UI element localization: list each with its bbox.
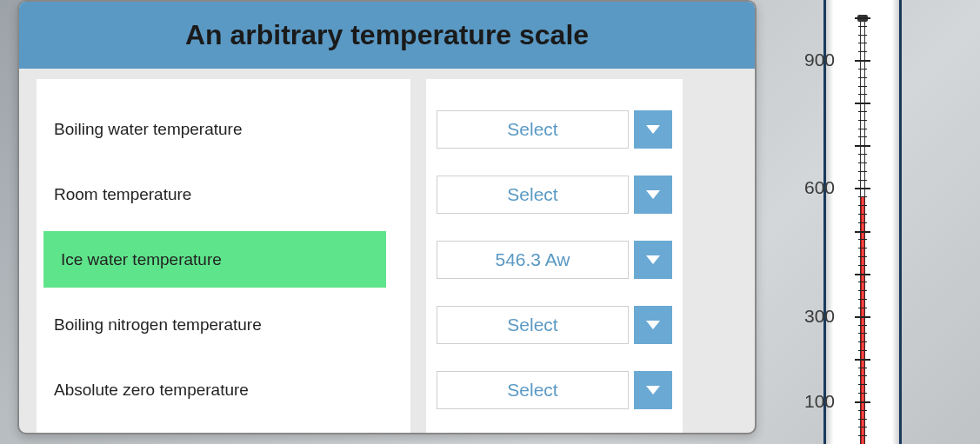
chevron-down-icon	[646, 321, 660, 329]
thermometer-major-tick	[855, 145, 870, 147]
thermometer-mercury	[861, 196, 864, 444]
label-row: Room temperature	[37, 166, 410, 222]
thermometer-minor-tick	[858, 384, 867, 385]
thermometer-minor-tick	[858, 86, 867, 87]
svg-marker-3	[646, 321, 660, 329]
select-value: Select	[507, 184, 557, 205]
panel-title: An arbitrary temperature scale	[37, 19, 737, 51]
thermometer-minor-tick	[858, 248, 867, 249]
thermometer-minor-tick	[858, 94, 867, 95]
chevron-down-icon	[646, 386, 660, 394]
selects-column: SelectSelect546.3 AwSelectSelect	[426, 79, 683, 434]
thermometer-minor-tick	[858, 162, 867, 163]
thermometer-tick-label: 300	[804, 306, 835, 327]
thermometer-minor-tick	[858, 239, 867, 240]
row-label: Absolute zero temperature	[54, 381, 249, 400]
chevron-down-icon	[646, 255, 660, 264]
thermometer-major-tick	[855, 188, 870, 189]
thermometer-minor-tick	[858, 325, 867, 326]
label-row: Absolute zero temperature	[37, 361, 410, 418]
select-display[interactable]: Select	[437, 110, 629, 149]
select-row: Select	[437, 296, 672, 353]
labels-column: Boiling water temperatureRoom temperatur…	[37, 79, 410, 434]
thermometer-minor-tick	[858, 26, 867, 27]
select-display[interactable]: Select	[437, 371, 629, 409]
row-label: Ice water temperature	[61, 250, 222, 269]
thermometer-minor-tick	[858, 154, 867, 155]
select-dropdown-button[interactable]	[634, 176, 672, 214]
thermometer-minor-tick	[858, 265, 867, 266]
thermometer-minor-tick	[858, 205, 867, 206]
thermometer-minor-tick	[858, 350, 867, 351]
thermometer-minor-tick	[858, 333, 867, 334]
thermometer-minor-tick	[858, 256, 867, 257]
select-row: Select	[437, 166, 672, 222]
chevron-down-icon	[646, 125, 660, 134]
select-value: Select	[507, 315, 557, 335]
svg-marker-4	[646, 386, 660, 394]
thermometer-tick-label: 100	[804, 391, 835, 412]
svg-marker-2	[646, 255, 660, 264]
select-dropdown-button[interactable]	[634, 110, 672, 149]
thermometer-minor-tick	[858, 375, 867, 376]
select-row: Select	[437, 101, 672, 157]
thermometer-minor-tick	[858, 136, 867, 137]
thermometer-major-tick	[855, 401, 870, 403]
thermometer-major-tick	[855, 60, 870, 62]
thermometer-minor-tick	[858, 111, 867, 112]
thermometer-minor-tick	[858, 77, 867, 78]
thermometer-body	[823, 0, 902, 444]
thermometer-minor-tick	[858, 69, 867, 70]
thermometer-minor-tick	[858, 196, 867, 197]
thermometer-tick-label: 900	[804, 50, 835, 70]
thermometer-minor-tick	[858, 308, 867, 308]
thermometer-minor-tick	[858, 341, 867, 342]
thermometer-minor-tick	[858, 171, 867, 172]
select-value: 546.3 Aw	[495, 249, 570, 270]
thermometer-minor-tick	[858, 214, 867, 215]
thermometer-minor-tick	[858, 35, 867, 36]
thermometer-minor-tick	[858, 282, 867, 282]
thermometer-major-tick	[855, 231, 870, 233]
select-dropdown-button[interactable]	[634, 241, 672, 279]
thermometer-minor-tick	[858, 222, 867, 223]
label-row[interactable]: Ice water temperature	[43, 231, 386, 288]
thermometer-minor-tick	[858, 393, 867, 394]
select-row: 546.3 Aw	[437, 231, 672, 288]
thermometer-major-tick	[855, 17, 870, 19]
thermometer-minor-tick	[858, 419, 867, 420]
select-value: Select	[507, 119, 557, 140]
thermometer-major-tick	[855, 359, 870, 361]
thermometer-minor-tick	[858, 290, 867, 291]
select-dropdown-button[interactable]	[634, 371, 672, 409]
thermometer-minor-tick	[858, 435, 867, 436]
thermometer-major-tick	[855, 316, 870, 318]
svg-marker-0	[646, 125, 660, 134]
thermometer: 900600300100	[797, 0, 932, 444]
select-display[interactable]: Select	[437, 306, 629, 344]
select-display[interactable]: Select	[437, 176, 629, 214]
select-display[interactable]: 546.3 Aw	[437, 241, 629, 279]
thermometer-major-tick	[855, 274, 870, 275]
thermometer-tick-label: 600	[804, 177, 835, 198]
panel-body: Boiling water temperatureRoom temperatur…	[19, 69, 755, 434]
thermometer-minor-tick	[858, 43, 867, 43]
thermometer-minor-tick	[858, 51, 867, 52]
thermometer-minor-tick	[858, 129, 867, 129]
thermometer-minor-tick	[858, 299, 867, 300]
label-row: Boiling nitrogen temperature	[37, 296, 410, 353]
thermometer-major-tick	[855, 103, 870, 104]
row-label: Room temperature	[54, 185, 191, 204]
thermometer-minor-tick	[858, 180, 867, 181]
row-label: Boiling nitrogen temperature	[54, 315, 262, 335]
thermometer-minor-tick	[858, 427, 867, 427]
select-value: Select	[507, 380, 557, 401]
row-label: Boiling water temperature	[54, 120, 243, 139]
temperature-panel: An arbitrary temperature scale Boiling w…	[17, 0, 757, 434]
thermometer-minor-tick	[858, 410, 867, 411]
thermometer-minor-tick	[858, 120, 867, 121]
svg-marker-1	[646, 190, 660, 199]
label-row: Boiling water temperature	[37, 101, 410, 157]
panel-header: An arbitrary temperature scale	[19, 2, 755, 69]
select-dropdown-button[interactable]	[634, 306, 672, 344]
